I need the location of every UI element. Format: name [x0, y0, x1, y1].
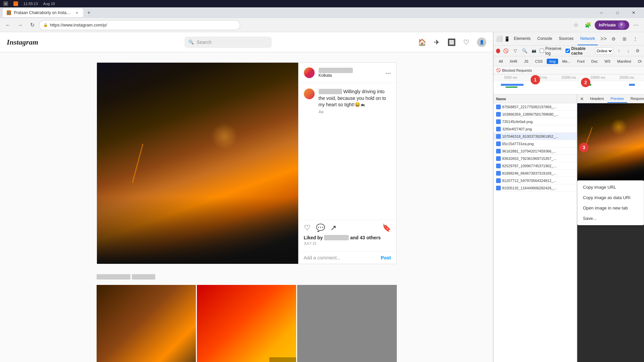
open-image-new-tab-button[interactable]: Open image in new tab — [578, 203, 644, 213]
request-item-9[interactable]: 82529787_109967745371902_... — [493, 162, 577, 170]
start-menu[interactable]: ⊞ — [1, 1, 10, 7]
devtools-settings-button[interactable]: ⚙ — [609, 35, 618, 43]
minimize-button[interactable]: ─ — [594, 7, 609, 18]
request-name-6: 65c15d7731ea.png — [502, 142, 574, 146]
devtools-dock-button[interactable]: ⊞ — [620, 35, 629, 43]
filter-img[interactable]: Img — [547, 59, 558, 64]
devtools-more-options[interactable]: ⋮ — [631, 35, 640, 43]
screenshot-button[interactable]: 📷 — [530, 47, 538, 55]
filter-ws[interactable]: WS — [602, 59, 613, 64]
record-button[interactable] — [496, 49, 500, 53]
tab-response[interactable]: Response — [627, 95, 644, 103]
menu-button[interactable]: ⋯ — [631, 20, 641, 31]
inspect-element-button[interactable]: ⬜ — [496, 35, 503, 43]
request-item-5[interactable]: 107046318_810037392861852_... — [493, 133, 577, 140]
throttle-selector[interactable]: Online — [595, 47, 613, 55]
save-button[interactable]: 🔖 — [382, 224, 391, 232]
comment-input-row: Post — [299, 251, 396, 264]
request-item-12[interactable]: 81505132_116449906282426_... — [493, 184, 577, 192]
maximize-button[interactable]: □ — [610, 7, 625, 18]
context-menu: Copy image URL Copy image as data URI Op… — [577, 180, 644, 225]
active-tab[interactable]: 🌐 Prataan Chakraborty on Instagra... ✕ — [3, 8, 83, 17]
filter-js[interactable]: JS — [521, 59, 531, 64]
filter-toggle-button[interactable]: ▽ — [512, 47, 519, 55]
preserve-log-checkbox[interactable] — [540, 49, 544, 53]
firefox-icon[interactable]: 🦊 — [13, 1, 18, 6]
clear-network-button[interactable]: 🚫 — [502, 47, 509, 55]
forward-button[interactable]: → — [15, 20, 25, 31]
grid-post-1[interactable] — [97, 285, 196, 362]
import-har-button[interactable]: ↑ — [615, 47, 623, 55]
tab-console[interactable]: Console — [535, 32, 555, 45]
request-item-6[interactable]: 65c15d7731ea.png — [493, 140, 577, 147]
close-button[interactable]: ✕ — [626, 7, 641, 18]
explore-icon[interactable]: 🔲 — [447, 38, 455, 46]
request-icon-11 — [496, 178, 501, 183]
save-image-button[interactable]: Save... — [578, 213, 644, 224]
request-name-1: 87568857_221775082197869_... — [502, 105, 574, 109]
filter-all[interactable]: All — [496, 59, 505, 64]
tab-bar: 🌐 Prataan Chakraborty on Instagra... ✕ +… — [0, 7, 644, 18]
post-more-options[interactable]: ··· — [385, 69, 391, 77]
like-button[interactable]: ♡ — [304, 224, 311, 232]
profile-icon[interactable]: 👤 — [477, 38, 486, 47]
filter-xhr[interactable]: XHR — [507, 59, 520, 64]
search-network-button[interactable]: 🔍 — [521, 47, 528, 55]
inprivate-profile-button[interactable]: InPrivate P — [595, 20, 629, 30]
request-item-2[interactable]: 103966359_138967501789680_... — [493, 111, 577, 118]
devtools-more-tabs[interactable]: >> — [599, 36, 608, 42]
url-text: https://www.instagram.com/p/ — [50, 22, 107, 27]
close-detail-panel-button[interactable]: ✕ — [577, 96, 587, 102]
requests-header: Name — [493, 95, 577, 103]
tl-15000ms: 15000 ms — [554, 76, 583, 79]
device-toolbar-button[interactable]: 📱 — [504, 35, 510, 43]
filter-other[interactable]: Other — [635, 59, 641, 64]
settings-network-button[interactable]: ⚙ — [634, 47, 641, 55]
comment-input-field[interactable] — [304, 255, 381, 260]
address-bar[interactable]: 🔒 https://www.instagram.com/p/ — [39, 20, 240, 30]
instagram-logo: Instagram — [7, 38, 38, 47]
main-area: Instagram 🔍 Search 🏠 ✈ 🔲 ♡ 👤 — [0, 32, 644, 362]
activity-icon[interactable]: ♡ — [462, 38, 470, 46]
tab-elements[interactable]: Elements — [511, 32, 533, 45]
comment-button[interactable]: 💬 — [316, 224, 325, 232]
grid-post-2[interactable] — [197, 285, 296, 362]
name-column-header: Name — [496, 97, 506, 101]
reload-button[interactable]: ↻ — [27, 20, 38, 31]
share-button[interactable]: ↗ — [330, 224, 336, 232]
request-item-10[interactable]: 81898246_864673937319169_... — [493, 170, 577, 177]
messenger-icon[interactable]: ✈ — [433, 38, 441, 46]
request-item-3[interactable]: 735145cfe0a4.png — [493, 118, 577, 125]
request-item-8[interactable]: 83632653_792361969715357_... — [493, 155, 577, 162]
new-tab-button[interactable]: + — [85, 8, 93, 17]
tab-close-button[interactable]: ✕ — [75, 10, 79, 15]
back-button[interactable]: ← — [3, 20, 13, 31]
disable-cache-checkbox[interactable] — [566, 49, 570, 53]
tab-sources[interactable]: Sources — [556, 32, 576, 45]
filter-media[interactable]: Me... — [559, 59, 573, 64]
request-item-11[interactable]: 81207712_597970564324812_... — [493, 177, 577, 184]
home-icon[interactable]: 🏠 — [418, 38, 426, 46]
grid-post-3[interactable] — [297, 285, 396, 362]
blocked-requests-row: 🚫 Blocked Requests — [493, 66, 644, 74]
tab-preview[interactable]: Preview — [607, 95, 627, 103]
disable-cache-label: Disable cache — [566, 46, 593, 56]
filter-manifest[interactable]: Manifest — [614, 59, 634, 64]
copy-image-url-button[interactable]: Copy image URL — [578, 182, 644, 192]
export-har-button[interactable]: ↓ — [625, 47, 632, 55]
bookmark-button[interactable]: ☆ — [571, 20, 581, 31]
filter-font[interactable]: Font — [575, 59, 587, 64]
request-name-9: 82529787_109967745371902_... — [502, 164, 574, 168]
copy-image-data-uri-button[interactable]: Copy image as data URI — [578, 192, 644, 203]
instagram-search-bar[interactable]: 🔍 Search — [184, 37, 272, 48]
request-item-7[interactable]: 96162881_107942017459366_... — [493, 147, 577, 155]
request-item-4[interactable]: 32f0e4f27407.png — [493, 125, 577, 133]
filter-css[interactable]: CSS — [532, 59, 545, 64]
extensions-button[interactable]: 🧩 — [583, 20, 593, 31]
tab-network[interactable]: Network — [578, 32, 598, 45]
request-item-1[interactable]: 87568857_221775082197869_... — [493, 103, 577, 111]
devtools-close-button[interactable]: ✕ — [642, 35, 644, 43]
tab-headers[interactable]: Headers — [587, 95, 607, 103]
filter-doc[interactable]: Doc — [589, 59, 601, 64]
post-comment-button[interactable]: Post — [381, 255, 391, 260]
